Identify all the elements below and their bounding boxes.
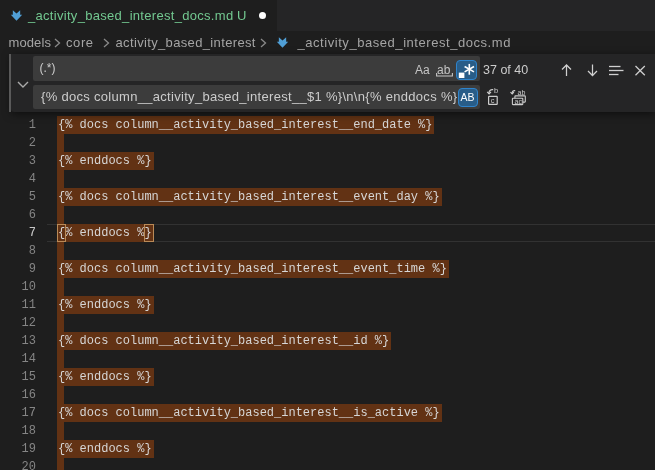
svg-text:b: b — [494, 86, 498, 95]
svg-text:ac: ac — [515, 98, 523, 105]
svg-text:c: c — [491, 96, 495, 105]
svg-text:ab: ab — [518, 89, 526, 96]
